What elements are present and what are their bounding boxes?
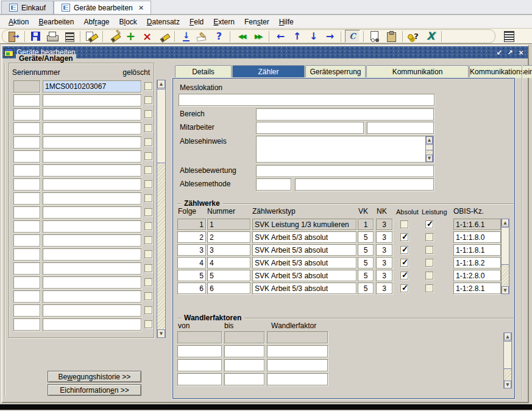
wandlerfaktor-field[interactable] [267, 331, 328, 343]
seriennummer-field[interactable] [43, 290, 141, 303]
nk-field[interactable]: 3 [376, 257, 392, 269]
vk-field[interactable]: 5 [358, 231, 374, 243]
geloescht-checkbox[interactable] [144, 222, 152, 230]
leistung-checkbox[interactable] [425, 220, 433, 228]
geloescht-checkbox[interactable] [144, 110, 152, 118]
folge-field[interactable]: 2 [177, 231, 206, 243]
absolut-checkbox[interactable] [400, 246, 408, 254]
vk-field[interactable]: 1 [358, 219, 374, 230]
zaehlwerkstyp-field[interactable]: SVK Arbeit 5/3 absolut [252, 244, 356, 256]
zaehlwerkstyp-field[interactable]: SVK Arbeit 5/3 absolut [252, 283, 356, 294]
zaehlwerkstyp-field[interactable]: SVK Arbeit 5/3 absolut [252, 257, 356, 269]
vk-field[interactable]: 5 [358, 257, 374, 269]
app-tab-einkauf[interactable]: Einkauf [1, 1, 54, 14]
previous-field-icon[interactable]: ← [273, 30, 288, 43]
leistung-checkbox[interactable] [425, 284, 433, 292]
close-icon[interactable]: × [516, 48, 526, 57]
seriennummer-field[interactable] [43, 318, 141, 331]
zaehlwerkstyp-field[interactable]: SVK Leistung 1/3 kumulieren [252, 219, 356, 230]
save-icon[interactable] [29, 30, 44, 43]
execute-query-icon[interactable] [84, 30, 99, 43]
excel-export-icon[interactable]: X [423, 30, 438, 43]
menu-feld[interactable]: Feld [185, 16, 208, 27]
app-logo-icon[interactable]: C [345, 30, 360, 43]
wandlerfaktor-field[interactable] [267, 359, 328, 371]
geloescht-checkbox[interactable] [144, 278, 152, 286]
seriennummer-field[interactable] [43, 276, 141, 289]
seriennummer-field[interactable] [43, 108, 141, 121]
seriennummer-field[interactable] [43, 304, 141, 317]
bis-field[interactable] [224, 373, 264, 385]
scroll-down-icon[interactable] [502, 286, 509, 294]
geloescht-checkbox[interactable] [144, 96, 152, 104]
geloescht-checkbox[interactable] [144, 292, 152, 300]
edit-icon[interactable]: ✎ [195, 30, 210, 43]
geloescht-checkbox[interactable] [144, 180, 152, 188]
tab-geraetesperrung[interactable]: Gerätesperrung [305, 65, 366, 78]
bis-field[interactable] [224, 331, 264, 343]
import-icon[interactable]: ↓ [179, 30, 194, 43]
bewegungshistorie-button[interactable]: Bewegungshistorie >> [48, 371, 141, 382]
obis-field[interactable]: 1-1:2.8.1 [453, 283, 501, 294]
seriennummer-field[interactable]: 1MCS0010203067 [43, 80, 141, 93]
scroll-down-icon[interactable] [426, 155, 433, 162]
absolut-checkbox[interactable] [400, 233, 408, 241]
zaehlwerkstyp-field[interactable]: SVK Arbeit 5/3 absolut [252, 270, 356, 281]
geloescht-checkbox[interactable] [144, 320, 152, 328]
restore-icon[interactable]: ↗ [505, 48, 515, 57]
folge-field[interactable]: 1 [177, 219, 206, 230]
geloescht-checkbox[interactable] [144, 152, 152, 160]
folge-field[interactable]: 5 [177, 270, 206, 281]
device-list-scrollbar[interactable] [157, 80, 166, 338]
seriennummer-field[interactable] [43, 178, 141, 191]
menu-datensatz[interactable]: Datensatz [142, 16, 185, 27]
obis-field[interactable]: 1-1:1.8.1 [453, 244, 501, 256]
seriennummer-field[interactable] [43, 220, 141, 233]
menu-abfrage[interactable]: Abfrage [79, 16, 114, 27]
leistung-checkbox[interactable] [425, 246, 433, 254]
enter-query-icon[interactable]: ✎ [107, 30, 122, 43]
nummer-field[interactable]: 1 [207, 219, 250, 230]
vk-field[interactable]: 5 [358, 283, 374, 294]
geloescht-checkbox[interactable] [144, 208, 152, 216]
delete-record-icon[interactable]: × [140, 30, 155, 43]
ablesebewertung-field[interactable] [256, 165, 434, 177]
nk-field[interactable]: 3 [376, 283, 392, 294]
geloescht-checkbox[interactable] [144, 250, 152, 258]
menu-fenster[interactable]: Fenster [239, 16, 274, 27]
list-icon[interactable] [62, 30, 77, 43]
tab-details[interactable]: Details [175, 65, 232, 78]
menu-extern[interactable]: Extern [208, 16, 239, 27]
clipboard-icon[interactable] [384, 30, 399, 43]
minimize-icon[interactable]: ↙ [494, 48, 504, 57]
ablesemethode-field-1[interactable] [256, 178, 291, 191]
nummer-field[interactable]: 3 [207, 244, 250, 256]
leistung-checkbox[interactable] [425, 233, 433, 241]
app-tab-geraete-bearbeiten[interactable]: Geräte bearbeiten × [54, 1, 151, 14]
von-field[interactable] [177, 331, 222, 343]
leistung-checkbox[interactable] [425, 272, 433, 279]
nummer-field[interactable]: 6 [207, 283, 250, 294]
geloescht-checkbox[interactable] [144, 166, 152, 174]
previous-record-icon[interactable]: ↑ [289, 30, 305, 43]
seriennummer-field[interactable] [43, 248, 141, 261]
geloescht-checkbox[interactable] [144, 306, 152, 314]
von-field[interactable] [177, 345, 222, 357]
scroll-down-icon[interactable] [157, 329, 165, 338]
geloescht-checkbox[interactable] [144, 264, 152, 272]
seriennummer-field[interactable] [43, 192, 141, 205]
scrollbar-thumb[interactable] [501, 227, 509, 265]
vk-field[interactable]: 5 [358, 244, 374, 256]
nk-field[interactable]: 3 [376, 244, 392, 256]
folge-field[interactable]: 6 [177, 283, 206, 294]
previous-block-icon[interactable]: ◀◀ [234, 30, 249, 43]
absolut-checkbox[interactable] [400, 259, 408, 267]
scroll-up-icon[interactable] [157, 80, 165, 88]
geloescht-checkbox[interactable] [144, 138, 152, 146]
bereich-field[interactable] [256, 108, 434, 121]
mitarbeiter-field-1[interactable] [256, 122, 364, 134]
seriennummer-field[interactable] [43, 150, 141, 163]
insert-record-icon[interactable]: + [123, 30, 138, 43]
vk-field[interactable]: 5 [358, 270, 374, 281]
seriennummer-field[interactable] [43, 164, 141, 177]
